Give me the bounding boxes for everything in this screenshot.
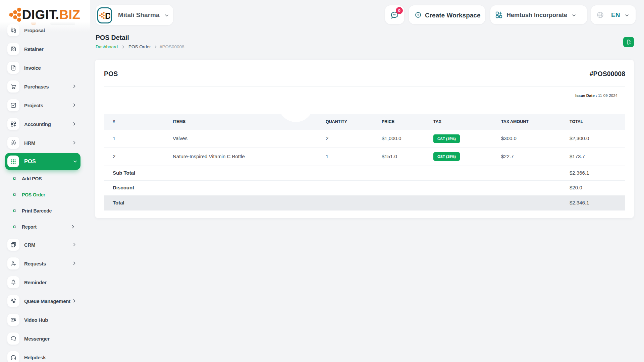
svg-text:DIGIT.BIZ: DIGIT.BIZ bbox=[22, 7, 80, 22]
svg-text:D: D bbox=[105, 11, 110, 20]
